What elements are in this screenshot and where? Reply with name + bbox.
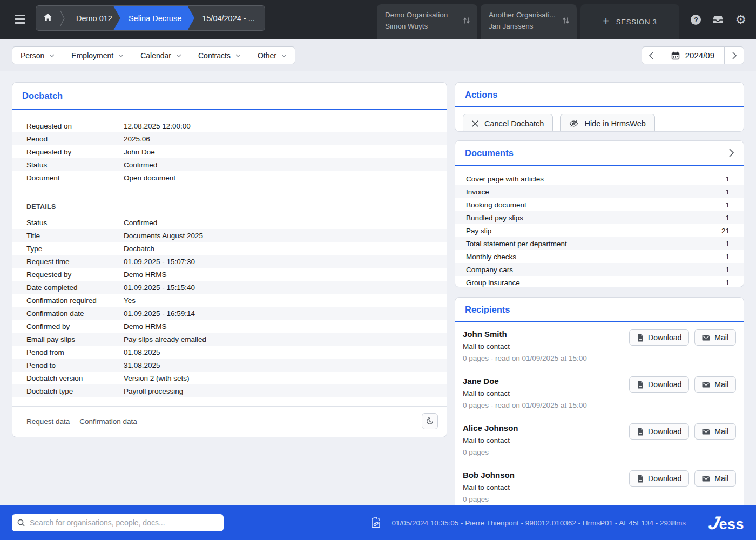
envelope-icon: [702, 429, 710, 435]
home-button[interactable]: [36, 6, 59, 30]
documents-list: Cover page with articles1 Invoice1 Booki…: [455, 166, 744, 287]
breadcrumb-separator-icon: [59, 6, 66, 30]
chevron-down-icon: [235, 54, 241, 57]
field-row: Confirmed byDemo HRMS: [12, 320, 447, 333]
mail-button[interactable]: Mail: [694, 470, 736, 487]
recipient-pages-status: 0 pages - read on 01/09/2025 at 15:00: [463, 401, 587, 409]
menu-contracts[interactable]: Contracts: [190, 46, 249, 64]
field-row: DocumentOpen document: [12, 171, 447, 184]
breadcrumb-item-date[interactable]: 15/04/2024 - ...: [194, 6, 265, 30]
session-switch-icon[interactable]: [462, 16, 471, 39]
copy-session-link-icon[interactable]: [370, 516, 381, 529]
settings-gear-icon[interactable]: ⚙: [735, 14, 746, 26]
global-search[interactable]: [12, 514, 224, 531]
next-period-button[interactable]: [724, 46, 744, 64]
envelope-icon: [702, 382, 710, 388]
docbatch-details-table: StatusConfirmed TitleDocuments August 20…: [12, 216, 447, 397]
chevron-down-icon: [176, 54, 181, 57]
envelope-icon: [702, 476, 710, 482]
menu-person[interactable]: Person: [12, 46, 63, 64]
field-row: Period to31.08.2025: [12, 359, 447, 372]
cancel-x-icon: [472, 120, 478, 127]
new-session-button[interactable]: + SESSION 3: [580, 4, 679, 39]
docbatch-summary-table: Requested on12.08.2025 12:00:00 Period20…: [12, 110, 447, 184]
field-row: Requested byDemo HRMS: [12, 268, 447, 281]
download-button[interactable]: Download: [629, 376, 689, 393]
document-count: 1: [725, 266, 730, 274]
field-row: Docbatch versionVersion 2 (with sets): [12, 372, 447, 384]
recipient-method: Mail to contact: [463, 389, 587, 397]
confirmation-data-link[interactable]: Confirmation data: [79, 417, 137, 426]
session-person-name: Jan Janssens: [489, 21, 556, 32]
download-button[interactable]: Download: [629, 329, 689, 346]
history-icon: [426, 417, 434, 426]
recipients-card: Recipients John Smith Mail to contact 0 …: [455, 297, 744, 507]
document-count: 21: [721, 227, 730, 235]
documents-card: Documents Cover page with articles1 Invo…: [455, 140, 744, 287]
document-count: 1: [725, 175, 730, 183]
field-row: Docbatch typePayroll processing: [12, 384, 447, 397]
top-bar: Demo 012 Selina Decruse 15/04/2024 - ...…: [0, 0, 756, 39]
request-data-link[interactable]: Request data: [26, 417, 70, 426]
document-count: 1: [725, 201, 730, 209]
details-heading: DETAILS: [12, 193, 447, 216]
session-card-another-organisation[interactable]: Another Organisati... Jan Janssens: [481, 4, 577, 39]
chevron-down-icon: [49, 54, 55, 57]
recipient-name: John Smith: [463, 329, 587, 339]
search-input[interactable]: [30, 518, 218, 527]
menu-calendar[interactable]: Calendar: [132, 46, 190, 64]
document-row: Group insurance1: [455, 276, 744, 287]
pdf-file-icon: [637, 475, 644, 483]
pdf-file-icon: [637, 334, 644, 342]
download-button[interactable]: Download: [629, 470, 689, 487]
field-row: StatusConfirmed: [12, 158, 447, 171]
chevron-down-icon: [281, 54, 287, 57]
chevron-right-icon: [732, 52, 737, 59]
previous-period-button[interactable]: [642, 46, 662, 64]
pdf-file-icon: [637, 428, 644, 436]
document-row: Bundled pay slips1: [455, 211, 744, 224]
menu-employment[interactable]: Employment: [63, 46, 132, 64]
recipients-card-title: Recipients: [465, 305, 510, 315]
breadcrumb-item-selina-decruse[interactable]: Selina Decruse: [113, 6, 194, 30]
session-status-text: 01/05/2024 10:35:05 - Pierre Thienpont -…: [392, 519, 686, 527]
recipient-name: Alice Johnson: [463, 423, 518, 433]
hamburger-menu-icon[interactable]: [15, 15, 25, 24]
recipient-row: John Smith Mail to contact 0 pages - rea…: [455, 322, 744, 369]
recipient-row: Jane Doe Mail to contact 0 pages - read …: [455, 369, 744, 416]
session-switch-icon[interactable]: [562, 16, 570, 39]
session-card-demo-organisation[interactable]: Demo Organisation Simon Wuyts: [377, 4, 477, 39]
open-document-link[interactable]: Open document: [124, 174, 176, 182]
chevron-down-icon: [118, 54, 124, 57]
mail-button[interactable]: Mail: [694, 376, 736, 393]
period-selector[interactable]: 2024/09: [661, 46, 725, 64]
history-refresh-button[interactable]: [422, 413, 438, 429]
documents-expand-button[interactable]: [729, 148, 734, 157]
document-count: 1: [725, 279, 730, 287]
document-count: 1: [725, 253, 730, 261]
period-navigator: 2024/09: [642, 46, 744, 64]
field-row: StatusConfirmed: [12, 216, 447, 229]
session-person-name: Simon Wuyts: [385, 21, 448, 32]
field-row: Request time01.09.2025 - 15:07:30: [12, 255, 447, 268]
field-row: Confirmation date01.09.2025 - 16:59:14: [12, 307, 447, 320]
document-row: Monthly checks1: [455, 250, 744, 263]
docbatch-card: Docbatch Requested on12.08.2025 12:00:00…: [12, 82, 447, 437]
field-row: Requested byJohn Doe: [12, 145, 447, 158]
actions-card-title: Actions: [465, 90, 498, 100]
pdf-file-icon: [637, 381, 644, 389]
hide-in-hrmsweb-button[interactable]: Hide in HrmsWeb: [560, 114, 654, 132]
document-row: Cover page with articles1: [455, 172, 744, 185]
download-button[interactable]: Download: [629, 423, 689, 440]
breadcrumb-item-demo-012[interactable]: Demo 012: [66, 6, 122, 30]
help-icon[interactable]: ?: [691, 15, 701, 25]
document-count: 1: [725, 214, 730, 222]
cancel-docbatch-button[interactable]: Cancel Docbatch: [463, 114, 553, 132]
inbox-icon[interactable]: [712, 15, 724, 24]
menu-group: Person Employment Calendar Contracts Oth…: [12, 46, 295, 64]
recipient-row: Alice Johnson Mail to contact 0 pages Do…: [455, 416, 744, 463]
menu-other[interactable]: Other: [249, 46, 295, 64]
mail-button[interactable]: Mail: [694, 329, 736, 346]
breadcrumb: Demo 012 Selina Decruse 15/04/2024 - ...: [36, 5, 265, 31]
mail-button[interactable]: Mail: [694, 423, 736, 440]
